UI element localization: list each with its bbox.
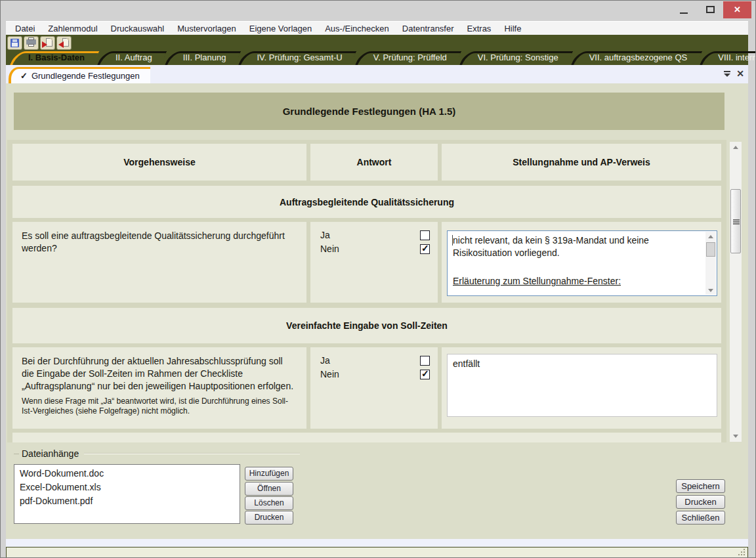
main-scrollbar[interactable]: [730, 142, 742, 442]
attachments-listbox[interactable]: Word-Dokument.doc Excel-Dokument.xls pdf…: [14, 464, 240, 524]
ja-checkbox-1[interactable]: [420, 230, 430, 240]
page-title: Grundlegende Festlegungen (HA 1.5): [14, 93, 724, 130]
close-icon: ✕: [734, 5, 741, 14]
menu-aus-einchecken[interactable]: Aus-/Einchecken: [318, 22, 396, 35]
header-antwort: Antwort: [310, 144, 438, 181]
list-item[interactable]: pdf-Dokument.pdf: [20, 494, 234, 508]
table-header-row: Vorgehensweise Antwort Stellungnahme und…: [12, 144, 721, 181]
delete-attachment-button[interactable]: Löschen: [245, 496, 293, 510]
minimize-button[interactable]: [675, 3, 692, 16]
statement-cell-1: nicht relevant, da kein § 319a-Mandat un…: [442, 222, 721, 303]
answer-cell-2: Ja Nein ✓: [310, 347, 438, 429]
panel-collapse-icon[interactable]: [723, 70, 731, 78]
statement-textarea-2[interactable]: entfällt: [447, 354, 717, 417]
save-icon: [10, 39, 19, 47]
checklist-table: Vorgehensweise Antwort Stellungnahme und…: [7, 140, 726, 442]
save-toolbar-button[interactable]: [7, 36, 22, 50]
statement-text-1: nicht relevant, da kein § 319a-Mandat un…: [453, 235, 649, 258]
statement-link-1[interactable]: Erläuterung zum Stellungnahme-Fenster:: [453, 275, 700, 288]
menu-bar: Datei Zahlenmodul Druckauswahl Mustervor…: [6, 21, 748, 35]
panel-close-icon[interactable]: ✕: [735, 68, 746, 79]
tab-planung[interactable]: III. Planung: [162, 51, 236, 65]
nein-checkbox-1[interactable]: ✓: [420, 244, 430, 254]
tab-pruefung-gesamt-u[interactable]: IV. Prüfung: Gesamt-U: [236, 51, 352, 65]
answer-cell-1: Ja Nein ✓: [310, 222, 438, 303]
add-attachment-button[interactable]: Hinzufügen: [245, 467, 293, 481]
status-bar: [6, 547, 748, 558]
main-tab-bar: I. Basis-Daten II. Auftrag III. Planung …: [6, 51, 748, 65]
question-text-2: Bei der Durchführung der aktuellen Jahre…: [12, 347, 306, 393]
print-button[interactable]: Drucken: [676, 495, 725, 509]
print-icon: [26, 39, 36, 45]
scroll-up-icon[interactable]: [705, 232, 716, 241]
question-text-1: Es soll eine auftragsbegleitende Qualitä…: [12, 222, 306, 263]
resize-grip[interactable]: [744, 554, 745, 555]
title-bar: ✕: [1, 1, 755, 19]
check-out-toolbar-button[interactable]: [40, 36, 55, 50]
textarea-scrollbar[interactable]: [705, 232, 716, 295]
check-icon: ✓: [20, 71, 28, 81]
header-vorgehensweise: Vorgehensweise: [12, 144, 306, 181]
open-attachment-button[interactable]: Öffnen: [245, 482, 293, 496]
nein-label-1: Nein: [320, 244, 339, 254]
minimize-icon: [680, 12, 688, 14]
scrollbar-thumb[interactable]: [706, 242, 715, 257]
subtab-grundlegende-festlegungen[interactable]: ✓Grundlegende Festlegungen: [9, 67, 150, 83]
toolbar: [6, 35, 748, 51]
list-item[interactable]: Word-Dokument.doc: [20, 467, 234, 481]
tab-pruefung-prueffeld[interactable]: V. Prüfung: Prüffeld: [352, 51, 457, 65]
content-panel: Grundlegende Festlegungen (HA 1.5) Vorge…: [6, 83, 748, 539]
print-attachment-button[interactable]: Drucken: [245, 511, 293, 525]
close-form-button[interactable]: Schließen: [676, 511, 725, 525]
ja-label-1: Ja: [320, 230, 330, 240]
menu-hilfe[interactable]: Hilfe: [497, 22, 528, 35]
question-row-2: Bei der Durchführung der aktuellen Jahre…: [12, 347, 721, 429]
tab-auftragsbezogene-qs[interactable]: VII. auftragsbezogene QS: [568, 51, 698, 65]
nein-checkbox-2[interactable]: ✓: [420, 370, 430, 379]
checkmark-icon: ✓: [421, 368, 429, 379]
list-item[interactable]: Excel-Dokument.xls: [20, 481, 234, 494]
attachments-group-label: Dateianhänge: [14, 448, 300, 459]
statement-textarea-1[interactable]: nicht relevant, da kein § 319a-Mandat un…: [447, 230, 717, 296]
scrollbar-thumb[interactable]: [730, 189, 741, 253]
print-toolbar-button[interactable]: [24, 36, 39, 50]
bottom-strip: [6, 539, 748, 547]
menu-extras[interactable]: Extras: [461, 22, 498, 35]
nein-label-2: Nein: [320, 369, 339, 379]
checkmark-icon: ✓: [421, 243, 429, 253]
menu-druckauswahl[interactable]: Druckauswahl: [104, 22, 171, 35]
statement-cell-2: entfällt: [442, 347, 721, 429]
sub-tab-bar: ✓Grundlegende Festlegungen ✕: [6, 65, 748, 83]
question-cell-1: Es soll eine auftragsbegleitende Qualitä…: [12, 222, 306, 303]
question-row-1: Es soll eine auftragsbegleitende Qualitä…: [12, 222, 721, 303]
tab-basis-daten[interactable]: I. Basis-Daten: [7, 51, 94, 65]
header-stellungnahme: Stellungnahme und AP-Verweis: [442, 144, 721, 181]
save-button[interactable]: Speichern: [676, 479, 725, 493]
maximize-button[interactable]: [706, 6, 715, 13]
close-button[interactable]: ✕: [723, 1, 751, 18]
menu-eigene-vorlagen[interactable]: Eigene Vorlagen: [243, 22, 318, 35]
scroll-up-icon[interactable]: [730, 142, 742, 153]
text-caret: [452, 235, 453, 246]
menu-datei[interactable]: Datei: [9, 22, 41, 35]
ja-checkbox-2[interactable]: [420, 356, 430, 366]
app-window: ✕ Datei Zahlenmodul Druckauswahl Musterv…: [0, 0, 756, 558]
menu-datentransfer[interactable]: Datentransfer: [396, 22, 461, 35]
attachments-label: Dateianhänge: [22, 448, 79, 459]
partial-next-row: [12, 433, 721, 442]
section-title-qualitaetssicherung: Auftragsbegleitende Qualitätssicherung: [12, 186, 721, 218]
tab-auftrag[interactable]: II. Auftrag: [94, 51, 162, 65]
section-title-soll-zeiten: Vereinfachte Eingabe von Soll-Zeiten: [12, 308, 721, 343]
menu-mustervorlagen[interactable]: Mustervorlagen: [171, 22, 243, 35]
tab-interne-nachschau[interactable]: VIII. interne Nachschau: [697, 51, 756, 65]
question-note-2: Wenn diese Frage mit „Ja“ beantwortet wi…: [12, 393, 306, 416]
check-in-toolbar-button[interactable]: [56, 36, 72, 50]
scroll-down-icon[interactable]: [730, 431, 742, 442]
ja-label-2: Ja: [320, 355, 330, 366]
question-cell-2: Bei der Durchführung der aktuellen Jahre…: [12, 347, 306, 429]
menu-zahlenmodul[interactable]: Zahlenmodul: [41, 22, 104, 35]
scroll-down-icon[interactable]: [705, 286, 716, 295]
tab-pruefung-sonstige[interactable]: VI. Prüfung: Sonstige: [457, 51, 568, 65]
